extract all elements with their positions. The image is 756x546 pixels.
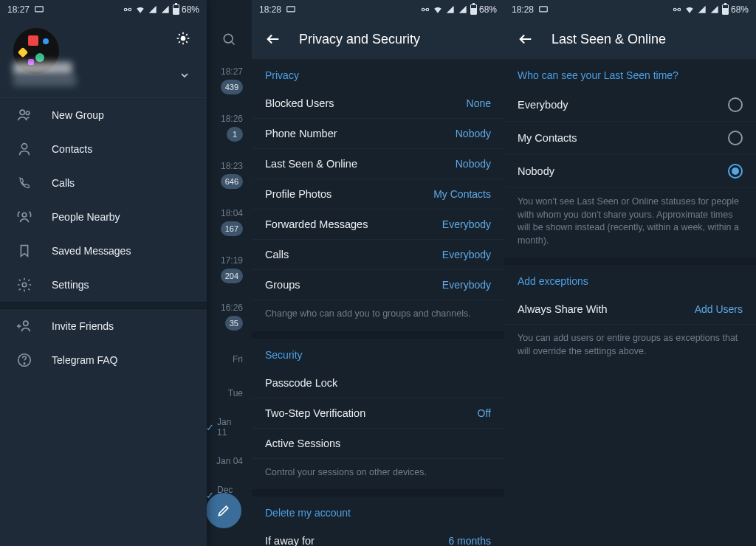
check-icon: ✓ — [206, 422, 214, 433]
svg-point-26 — [422, 8, 425, 11]
bookmark-icon — [16, 243, 32, 259]
menu-calls[interactable]: Calls — [0, 166, 207, 200]
status-time: 18:27 — [7, 4, 30, 15]
svg-point-3 — [124, 8, 127, 11]
chat-row[interactable]: 18:27439 — [206, 59, 252, 106]
svg-point-20 — [24, 321, 28, 325]
option-nobody[interactable]: Nobody — [504, 155, 756, 188]
chat-row[interactable]: ✓Jan 11 — [206, 410, 252, 444]
row-phone-number[interactable]: Phone NumberNobody — [252, 119, 504, 149]
menu-invite-friends[interactable]: Invite Friends — [0, 309, 207, 343]
svg-point-0 — [224, 34, 233, 43]
svg-point-17 — [21, 144, 27, 149]
menu-saved-messages[interactable]: Saved Messages — [0, 234, 207, 268]
hint-security: Control your sessions on other devices. — [252, 459, 504, 490]
account-name: ████████ — [13, 62, 193, 74]
svg-point-19 — [22, 283, 27, 287]
menu-faq[interactable]: Telegram FAQ — [0, 343, 207, 377]
wifi-icon — [433, 4, 443, 15]
row-active-sessions[interactable]: Active Sessions — [252, 429, 504, 459]
svg-point-15 — [20, 110, 24, 114]
section-delete: Delete my account — [252, 497, 504, 526]
signal-icon — [458, 4, 468, 15]
search-icon[interactable] — [206, 19, 252, 59]
status-time: 18:28 — [259, 4, 281, 15]
row-if-away-for[interactable]: If away for6 months — [252, 526, 504, 546]
row-forwarded[interactable]: Forwarded MessagesEverybody — [252, 210, 504, 240]
chat-row[interactable]: Tue — [206, 376, 252, 410]
wifi-icon — [684, 4, 695, 15]
signal-icon — [160, 4, 171, 15]
row-calls[interactable]: CallsEverybody — [252, 240, 504, 270]
vpn-icon — [420, 4, 430, 15]
svg-line-12 — [186, 41, 188, 43]
row-last-seen[interactable]: Last Seen & OnlineNobody — [252, 149, 504, 179]
radio-icon — [728, 131, 743, 145]
svg-line-14 — [186, 34, 188, 35]
svg-rect-2 — [35, 7, 44, 12]
back-button[interactable] — [265, 31, 281, 47]
wifi-icon — [135, 4, 145, 15]
radio-icon — [728, 164, 743, 179]
compose-fab[interactable] — [206, 493, 241, 528]
option-everybody[interactable]: Everybody — [504, 89, 756, 122]
svg-point-6 — [181, 36, 186, 41]
hint-exceptions: You can add users or entire groups as ex… — [504, 325, 756, 368]
svg-rect-25 — [287, 7, 295, 12]
account-phone: ██████████ — [13, 75, 193, 86]
row-two-step[interactable]: Two-Step VerificationOff — [252, 398, 504, 429]
back-button[interactable] — [518, 31, 534, 47]
svg-point-18 — [22, 213, 27, 218]
row-blocked-users[interactable]: Blocked UsersNone — [252, 89, 504, 119]
person-icon — [16, 141, 32, 157]
menu-new-group[interactable]: New Group — [0, 98, 207, 132]
signal-icon — [148, 4, 158, 15]
vpn-icon — [123, 4, 133, 15]
battery-icon: 68% — [722, 4, 749, 15]
chat-row[interactable]: 18:23646 — [206, 153, 252, 201]
nearby-icon — [16, 209, 32, 225]
status-time: 18:28 — [512, 4, 534, 15]
svg-rect-30 — [540, 7, 548, 12]
signal-icon — [445, 4, 456, 15]
menu-settings[interactable]: Settings — [0, 268, 207, 302]
row-groups[interactable]: GroupsEverybody — [252, 270, 504, 300]
menu-contacts[interactable]: Contacts — [0, 132, 207, 166]
radio-icon — [728, 97, 743, 112]
svg-line-1 — [232, 42, 235, 45]
page-title: Last Seen & Online — [551, 32, 666, 47]
svg-point-31 — [673, 8, 676, 11]
hint-privacy: Change who can add you to groups and cha… — [252, 300, 504, 331]
theme-toggle-icon[interactable] — [176, 31, 190, 46]
signal-icon — [709, 4, 720, 15]
menu-people-nearby[interactable]: People Nearby — [0, 200, 207, 234]
chat-row[interactable]: 18:261 — [206, 106, 252, 153]
battery-icon: 68% — [470, 4, 497, 15]
page-title: Privacy and Security — [299, 32, 420, 47]
svg-point-27 — [426, 8, 429, 11]
chat-row[interactable]: 16:2635 — [206, 295, 252, 342]
phone-icon — [16, 175, 32, 191]
row-passcode[interactable]: Passcode Lock — [252, 368, 504, 398]
chat-row[interactable]: Jan 04 — [206, 444, 252, 478]
chat-row[interactable]: 17:19204 — [206, 248, 252, 295]
svg-line-13 — [179, 41, 180, 43]
signal-icon — [697, 4, 707, 15]
cast-icon — [34, 4, 44, 15]
section-exceptions: Add exceptions — [504, 265, 756, 294]
svg-point-24 — [24, 363, 24, 364]
option-my-contacts[interactable]: My Contacts — [504, 122, 756, 155]
vpn-icon — [672, 4, 682, 15]
chat-row[interactable]: Fri — [206, 342, 252, 376]
group-icon — [16, 107, 32, 123]
cast-icon — [286, 4, 296, 15]
svg-point-4 — [128, 8, 131, 11]
hint-who: You won't see Last Seen or Online status… — [504, 188, 756, 258]
gear-icon — [16, 277, 32, 293]
svg-point-16 — [26, 111, 30, 115]
chat-row[interactable]: 18:04167 — [206, 201, 252, 248]
help-icon — [16, 352, 32, 368]
row-always-share-with[interactable]: Always Share WithAdd Users — [504, 294, 756, 325]
section-privacy: Privacy — [252, 59, 504, 89]
row-profile-photos[interactable]: Profile PhotosMy Contacts — [252, 179, 504, 210]
